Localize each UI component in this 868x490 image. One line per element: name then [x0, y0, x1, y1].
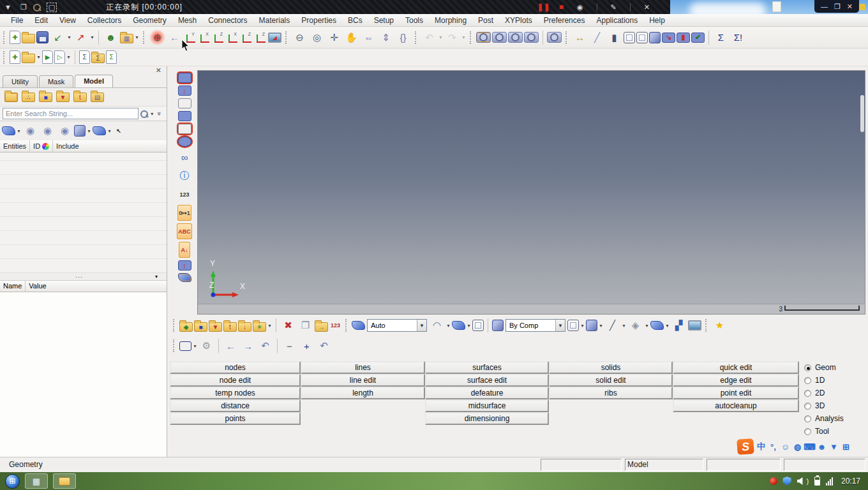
- menu-tools[interactable]: Tools: [400, 15, 429, 26]
- display-numbers-icon[interactable]: 123: [178, 186, 190, 202]
- export-solver-deck-icon[interactable]: ▷: [54, 50, 65, 64]
- recorder-close-icon[interactable]: ✕: [644, 3, 650, 11]
- surface-normals-icon[interactable]: [178, 273, 191, 282]
- mesh-lines-icon[interactable]: ◈: [627, 318, 643, 334]
- favorites-icon[interactable]: ★: [712, 318, 728, 334]
- pause-recording-icon[interactable]: ❚❚: [537, 3, 550, 11]
- splitter-handle[interactable]: ···: [75, 274, 83, 280]
- pan-icon[interactable]: ✋: [343, 29, 359, 45]
- panel-button-ribs[interactable]: ribs: [549, 387, 673, 399]
- menu-collectors[interactable]: Collectors: [82, 15, 127, 26]
- property-collector-icon[interactable]: t: [223, 322, 237, 332]
- capture-window-icon[interactable]: [524, 32, 539, 43]
- show-icon[interactable]: ◉: [22, 123, 38, 139]
- menu-file[interactable]: File: [5, 15, 29, 26]
- toolbox-icon[interactable]: ⊞: [840, 440, 852, 453]
- panel-button-point-edit[interactable]: point edit: [673, 387, 799, 399]
- element-color-mode-icon[interactable]: [492, 320, 504, 331]
- recorder-menu-icon[interactable]: ▼: [4, 3, 11, 11]
- panel-button-midsurface[interactable]: midsurface: [425, 399, 549, 412]
- geometry-transparent-icon[interactable]: [472, 320, 484, 331]
- visualization-solid-icon[interactable]: [649, 32, 661, 43]
- mass-calc-icon[interactable]: ▮: [606, 29, 622, 45]
- unmask-all-icon[interactable]: [178, 98, 191, 108]
- panel-button-node-edit[interactable]: node edit: [170, 374, 301, 387]
- line-style-icon[interactable]: ╱: [604, 318, 620, 334]
- hide-icon[interactable]: ◉: [40, 123, 56, 139]
- expand-panel-icon[interactable]: +: [299, 338, 315, 354]
- delete-icon[interactable]: ✖: [280, 318, 296, 334]
- renumber-icon[interactable]: 123: [329, 318, 341, 334]
- menu-view[interactable]: View: [54, 15, 82, 26]
- display-geometry-icon[interactable]: [2, 126, 15, 135]
- open-include-dropdown[interactable]: ▾: [36, 54, 41, 60]
- panel-button-distance[interactable]: distance: [170, 399, 301, 412]
- import-dropdown[interactable]: ▾: [66, 34, 72, 40]
- recorder-region-icon[interactable]: ▢: [47, 3, 57, 12]
- menu-edit[interactable]: Edit: [29, 15, 54, 26]
- panel-splitter[interactable]: ··· ▾: [0, 272, 167, 281]
- view-bottom-icon[interactable]: X: [198, 31, 211, 45]
- visualization-edges-icon[interactable]: [624, 32, 635, 43]
- new-model-icon[interactable]: ✚: [10, 31, 20, 44]
- display-elements-dropdown[interactable]: ▾: [86, 128, 92, 134]
- material-collector-icon[interactable]: ↓: [238, 322, 251, 332]
- menu-help[interactable]: Help: [643, 15, 671, 26]
- selector-icon[interactable]: ↖: [113, 123, 124, 139]
- display-geometry-dropdown[interactable]: ▾: [16, 128, 22, 134]
- capture-model-icon[interactable]: [476, 32, 491, 43]
- mesh-quality-check-icon[interactable]: ✔: [691, 33, 705, 43]
- panel-button-nodes[interactable]: nodes: [170, 361, 301, 374]
- recording-tray-icon[interactable]: [770, 477, 777, 485]
- geometry-color-combobox[interactable]: Auto▼: [367, 319, 427, 332]
- entity-editor-area[interactable]: [0, 292, 167, 457]
- battery-icon[interactable]: [814, 477, 820, 486]
- radio-analysis[interactable]: Analysis: [804, 412, 844, 425]
- capture-image-icon[interactable]: [547, 32, 562, 43]
- mask-icon[interactable]: [178, 73, 191, 83]
- visual-attributes-icon[interactable]: ABC: [177, 223, 192, 239]
- new-include-icon[interactable]: ✚: [10, 50, 20, 64]
- elements-shaded-icon[interactable]: [586, 320, 597, 331]
- radio-tool[interactable]: Tool: [804, 425, 844, 438]
- graphics-area[interactable]: Y X Z: [198, 71, 865, 304]
- collapse-panel-icon[interactable]: −: [281, 338, 297, 354]
- zoom-fit-icon[interactable]: ⊕: [149, 29, 165, 45]
- panel-button-lines[interactable]: lines: [301, 361, 425, 374]
- radio-geom[interactable]: Geom: [804, 361, 844, 374]
- elements-wireframe-icon[interactable]: [567, 320, 579, 331]
- browser-tree[interactable]: [0, 152, 167, 272]
- open-include-icon[interactable]: [22, 54, 35, 63]
- reverse-mask-icon[interactable]: [178, 111, 191, 121]
- menu-materials[interactable]: Materials: [253, 15, 296, 26]
- chinese-mode-icon[interactable]: 中: [755, 440, 767, 453]
- tab-mask[interactable]: Mask: [39, 75, 73, 87]
- redo-dropdown[interactable]: ▾: [461, 34, 467, 40]
- close-button[interactable]: ✕: [847, 1, 853, 13]
- shaded-elements-icon[interactable]: [650, 321, 664, 330]
- visualization-faces-icon[interactable]: [636, 32, 648, 43]
- export-icon[interactable]: ↗: [73, 29, 89, 45]
- zoom-window-icon[interactable]: ◎: [309, 29, 325, 45]
- components-organize-icon[interactable]: ◆: [179, 322, 193, 332]
- search-dropdown[interactable]: ▾: [149, 111, 155, 117]
- measure-icon[interactable]: 0↦1: [177, 205, 191, 221]
- shaded-elements-dropdown[interactable]: ▾: [664, 323, 670, 329]
- menu-xyplots[interactable]: XYPlots: [499, 15, 538, 26]
- keyboard-icon[interactable]: ⌨: [804, 440, 816, 453]
- panel-button-edge-edit[interactable]: edge edit: [673, 374, 799, 387]
- user-profile-icon[interactable]: ☻: [103, 29, 119, 45]
- save-model-icon[interactable]: [36, 31, 49, 43]
- component-view-icon[interactable]: ■: [39, 93, 52, 102]
- reset-panel-icon[interactable]: ↶: [316, 338, 332, 354]
- geometry-color-mode-icon[interactable]: [352, 321, 365, 330]
- panel-button-solid-edit[interactable]: solid edit: [549, 374, 673, 387]
- minimize-button[interactable]: —: [821, 1, 828, 13]
- menu-applications[interactable]: Applications: [590, 15, 643, 26]
- element-color-combobox[interactable]: By Comp▼: [505, 319, 565, 332]
- combo-dropdown-icon[interactable]: ▼: [417, 320, 426, 331]
- rotate-vertical-icon[interactable]: ⇕: [378, 29, 394, 45]
- panel-button-temp-nodes[interactable]: temp nodes: [170, 387, 301, 399]
- organize-collectors-dropdown[interactable]: ▾: [134, 34, 140, 40]
- unmask-adjacent-icon[interactable]: ↓: [178, 85, 191, 96]
